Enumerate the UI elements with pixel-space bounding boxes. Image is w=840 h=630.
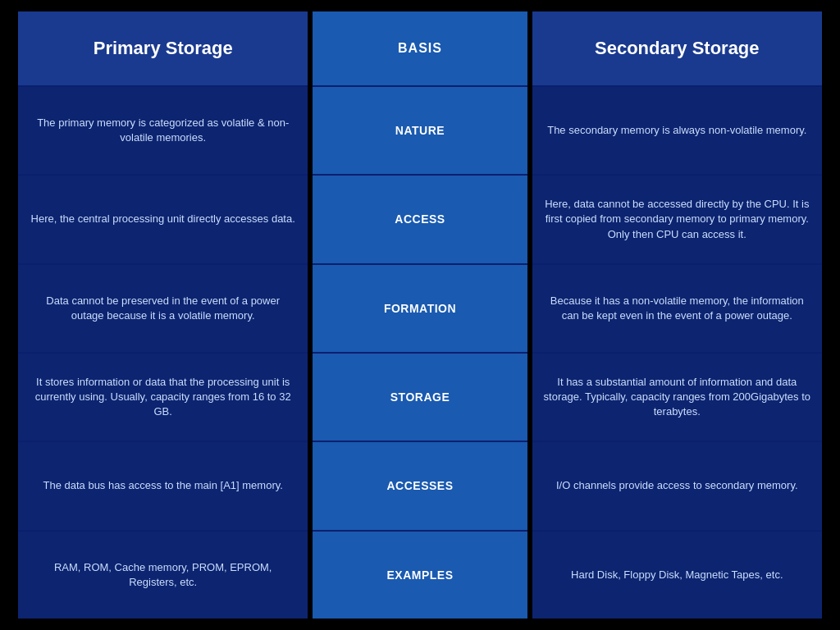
- primary-storage-rows: The primary memory is categorized as vol…: [18, 85, 308, 619]
- basis-title: BASIS: [398, 40, 442, 57]
- secondary-row-5: Hard Disk, Floppy Disk, Magnetic Tapes, …: [532, 530, 822, 619]
- basis-rows: NATURE ACCESS FORMATION STORAGE ACCESSES…: [313, 85, 527, 619]
- basis-row-0: NATURE: [313, 85, 527, 174]
- primary-storage-header: Primary Storage: [18, 11, 308, 85]
- basis-row-1: ACCESS: [313, 174, 527, 262]
- primary-row-1: Here, the central processing unit direct…: [18, 174, 308, 262]
- basis-header: BASIS: [313, 11, 527, 85]
- secondary-row-2: Because it has a non-volatile memory, th…: [532, 263, 822, 352]
- primary-storage-column: Primary Storage The primary memory is ca…: [18, 11, 308, 619]
- secondary-row-0: The secondary memory is always non-volat…: [532, 85, 822, 174]
- secondary-storage-header: Secondary Storage: [532, 11, 822, 85]
- secondary-storage-column: Secondary Storage The secondary memory i…: [532, 11, 822, 619]
- primary-storage-title: Primary Storage: [94, 37, 233, 61]
- primary-row-5: RAM, ROM, Cache memory, PROM, EPROM, Reg…: [18, 530, 308, 619]
- secondary-row-3: It has a substantial amount of informati…: [532, 352, 822, 441]
- secondary-row-1: Here, data cannot be accessed directly b…: [532, 174, 822, 262]
- primary-row-4: The data bus has access to the main [A1]…: [18, 441, 308, 529]
- secondary-row-4: I/O channels provide access to secondary…: [532, 441, 822, 529]
- primary-row-3: It stores information or data that the p…: [18, 352, 308, 441]
- secondary-storage-rows: The secondary memory is always non-volat…: [532, 85, 822, 619]
- basis-row-5: EXAMPLES: [313, 530, 527, 619]
- basis-column: BASIS NATURE ACCESS FORMATION STORAGE AC…: [313, 11, 527, 619]
- primary-row-2: Data cannot be preserved in the event of…: [18, 263, 308, 352]
- basis-row-3: STORAGE: [313, 352, 527, 441]
- primary-row-0: The primary memory is categorized as vol…: [18, 85, 308, 174]
- basis-row-2: FORMATION: [313, 263, 527, 352]
- comparison-table: Primary Storage The primary memory is ca…: [18, 11, 822, 619]
- basis-row-4: ACCESSES: [313, 441, 527, 529]
- secondary-storage-title: Secondary Storage: [595, 37, 760, 61]
